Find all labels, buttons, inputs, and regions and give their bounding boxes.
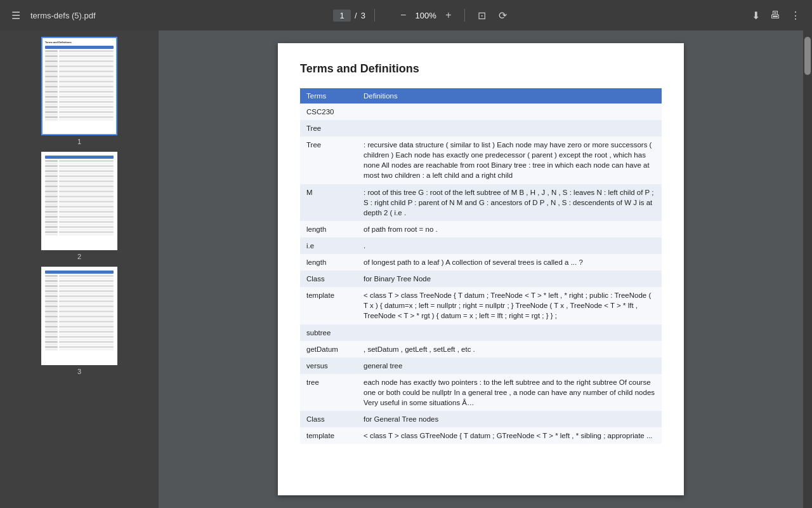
thumb-frame-2 (41, 152, 117, 250)
page-sep: / (355, 11, 357, 20)
table-row: Classfor Binary Tree Node (300, 271, 662, 287)
table-cell-definition: each node has exactly two pointers : to … (357, 374, 662, 411)
table-cell-term: Tree (300, 120, 357, 137)
thumb-label-3: 3 (77, 368, 81, 375)
table-row: lengthof longest path to a leaf ) A coll… (300, 254, 662, 271)
table-cell-term: length (300, 221, 357, 237)
main-area: Terms and Definitions (0, 30, 812, 508)
more-icon: ⋮ (790, 10, 801, 22)
table-row: i.e. (300, 237, 662, 254)
thumbnail-page-1[interactable]: Terms and Definitions (5, 37, 154, 145)
table-cell-definition: , setDatum , getLeft , setLeft , etc . (357, 341, 662, 358)
table-cell-definition (357, 120, 662, 137)
table-row: getDatum, setDatum , getLeft , setLeft ,… (300, 341, 662, 358)
divider-2 (464, 9, 465, 22)
zoom-out-button[interactable]: − (396, 7, 410, 23)
table-cell-definition: . (357, 237, 662, 254)
scrollbar-thumb[interactable] (804, 37, 811, 75)
table-cell-definition: < class T > class TreeNode { T datum ; T… (357, 287, 662, 324)
toolbar-right: ⬇ 🖶 ⋮ (748, 7, 804, 24)
table-cell-term: getDatum (300, 341, 357, 358)
table-cell-term: tree (300, 374, 357, 411)
page-nav: / 3 (333, 10, 365, 22)
table-cell-definition: < class T > class GTreeNode { T datum ; … (357, 427, 662, 444)
table-cell-term: length (300, 254, 357, 271)
zoom-value: 100% (414, 11, 438, 20)
toolbar: ☰ terms-defs (5).pdf / 3 − 100% + ⊡ ⟳ (0, 0, 812, 30)
table-row: subtree (300, 324, 662, 341)
table-row: template< class T > class TreeNode { T d… (300, 287, 662, 324)
toolbar-left: ☰ terms-defs (5).pdf (8, 7, 96, 24)
table-cell-definition: for General Tree nodes (357, 411, 662, 427)
download-button[interactable]: ⬇ (748, 7, 764, 24)
table-cell-term: CSC230 (300, 104, 357, 120)
content-area[interactable]: Terms and Definitions Terms Definitions … (159, 30, 803, 508)
table-row: Tree (300, 120, 662, 137)
table-cell-definition (357, 104, 662, 120)
table-cell-definition: : recursive data structure ( similar to … (357, 137, 662, 184)
print-button[interactable]: 🖶 (766, 7, 784, 23)
toolbar-center: / 3 − 100% + ⊡ ⟳ (101, 7, 743, 24)
table-row: Classfor General Tree nodes (300, 411, 662, 427)
thumb-label-2: 2 (77, 253, 81, 260)
zoom-minus-icon: − (400, 10, 406, 21)
table-cell-definition: of longest path to a leaf ) A collection… (357, 254, 662, 271)
table-cell-definition: : root of this tree G : root of the left… (357, 184, 662, 221)
download-icon: ⬇ (752, 10, 760, 22)
table-row: CSC230 (300, 104, 662, 120)
col-header-definitions: Definitions (357, 88, 662, 104)
history-icon: ⟳ (499, 10, 507, 22)
sidebar: Terms and Definitions (0, 30, 159, 508)
zoom-in-button[interactable]: + (442, 7, 455, 23)
table-cell-definition (357, 324, 662, 341)
table-row: treeeach node has exactly two pointers :… (300, 374, 662, 411)
table-cell-definition: general tree (357, 358, 662, 374)
thumb-frame-3 (41, 267, 117, 365)
page-total: 3 (361, 11, 365, 20)
table-cell-term: Tree (300, 137, 357, 184)
table-row: template< class T > class GTreeNode { T … (300, 427, 662, 444)
page-input[interactable] (333, 10, 351, 22)
thumb-frame-1: Terms and Definitions (41, 37, 117, 135)
file-title: terms-defs (5).pdf (30, 11, 96, 20)
table-cell-definition: of path from root = no . (357, 221, 662, 237)
thumbnail-page-3[interactable]: 3 (5, 267, 154, 375)
zoom-controls: − 100% + (396, 7, 455, 23)
divider-1 (374, 9, 375, 22)
more-button[interactable]: ⋮ (787, 7, 804, 24)
table-cell-term: template (300, 287, 357, 324)
table-row: M: root of this tree G : root of the lef… (300, 184, 662, 221)
thumb-label-1: 1 (77, 138, 81, 145)
fit-page-icon: ⊡ (478, 10, 486, 22)
table-cell-term: M (300, 184, 357, 221)
definitions-table: Terms Definitions CSC230TreeTree: recurs… (300, 88, 662, 444)
fit-page-button[interactable]: ⊡ (474, 7, 490, 24)
table-row: Tree: recursive data structure ( similar… (300, 137, 662, 184)
menu-button[interactable]: ☰ (8, 7, 24, 24)
menu-icon: ☰ (11, 10, 20, 22)
print-icon: 🖶 (770, 10, 780, 21)
table-cell-term: versus (300, 358, 357, 374)
zoom-plus-icon: + (445, 10, 451, 21)
page-title: Terms and Definitions (300, 62, 662, 76)
history-button[interactable]: ⟳ (495, 7, 511, 24)
scrollbar-track[interactable] (803, 30, 812, 508)
pdf-page: Terms and Definitions Terms Definitions … (278, 43, 684, 495)
table-cell-term: i.e (300, 237, 357, 254)
table-cell-term: Class (300, 411, 357, 427)
table-cell-term: subtree (300, 324, 357, 341)
col-header-terms: Terms (300, 88, 357, 104)
table-row: lengthof path from root = no . (300, 221, 662, 237)
table-header-row: Terms Definitions (300, 88, 662, 104)
table-cell-definition: for Binary Tree Node (357, 271, 662, 287)
table-row: versusgeneral tree (300, 358, 662, 374)
thumbnail-page-2[interactable]: 2 (5, 152, 154, 260)
table-cell-term: Class (300, 271, 357, 287)
table-cell-term: template (300, 427, 357, 444)
